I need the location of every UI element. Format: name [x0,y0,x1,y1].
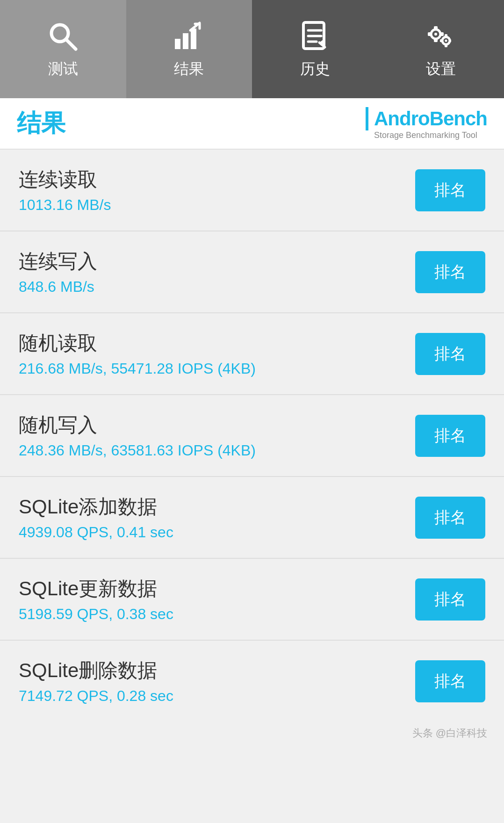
document-icon [297,19,332,54]
result-title-sqlite-delete: SQLite删除数据 [19,657,415,684]
svg-rect-17 [434,39,438,42]
result-info-sqlite-update: SQLite更新数据 5198.59 QPS, 0.38 sec [19,576,415,623]
result-value-sqlite-insert: 4939.08 QPS, 0.41 sec [19,524,415,541]
result-value-seq-write: 848.6 MB/s [19,278,415,296]
result-title-rand-write: 随机写入 [19,412,415,438]
result-row-rand-read: 随机读取 216.68 MB/s, 55471.28 IOPS (4KB) 排名 [0,313,504,395]
result-value-sqlite-update: 5198.59 QPS, 0.38 sec [19,606,415,623]
svg-rect-4 [191,29,196,49]
rank-button-sqlite-insert[interactable]: 排名 [415,497,485,539]
results-container: 连续读取 1013.16 MB/s 排名 连续写入 848.6 MB/s 排名 … [0,150,504,722]
rank-button-sqlite-update[interactable]: 排名 [415,578,485,621]
result-info-sqlite-insert: SQLite添加数据 4939.08 QPS, 0.41 sec [19,494,415,541]
page-title: 结果 [17,107,65,140]
svg-rect-18 [428,32,431,36]
result-value-rand-read: 216.68 MB/s, 55471.28 IOPS (4KB) [19,360,415,377]
chart-icon [172,19,207,54]
svg-rect-20 [445,34,447,36]
result-value-rand-write: 248.36 MB/s, 63581.63 IOPS (4KB) [19,442,415,459]
svg-rect-21 [445,45,447,47]
nav-label-settings: 设置 [426,59,456,79]
rank-button-seq-read[interactable]: 排名 [415,169,485,211]
top-nav: 测试 结果 [0,0,504,98]
svg-rect-23 [449,39,451,42]
watermark: 头条 @白泽科技 [0,722,504,750]
result-row-seq-read: 连续读取 1013.16 MB/s 排名 [0,150,504,231]
result-title-seq-read: 连续读取 [19,166,415,193]
nav-item-history[interactable]: 历史 [252,0,378,98]
brand-logo: AndroBench Storage Benchmarking Tool [366,107,487,140]
result-row-rand-write: 随机写入 248.36 MB/s, 63581.63 IOPS (4KB) 排名 [0,395,504,477]
result-info-rand-read: 随机读取 216.68 MB/s, 55471.28 IOPS (4KB) [19,330,415,377]
brand-bench: Bench [430,108,487,130]
result-row-sqlite-update: SQLite更新数据 5198.59 QPS, 0.38 sec 排名 [0,559,504,641]
rank-button-rand-write[interactable]: 排名 [415,415,485,457]
result-row-sqlite-insert: SQLite添加数据 4939.08 QPS, 0.41 sec 排名 [0,477,504,559]
result-info-rand-write: 随机写入 248.36 MB/s, 63581.63 IOPS (4KB) [19,412,415,459]
result-info-seq-read: 连续读取 1013.16 MB/s [19,166,415,214]
svg-point-13 [434,33,437,36]
svg-rect-16 [434,26,438,29]
svg-rect-22 [440,39,442,42]
result-title-sqlite-insert: SQLite添加数据 [19,494,415,520]
brand-name: AndroBench [374,108,487,130]
result-info-sqlite-delete: SQLite删除数据 7149.72 QPS, 0.28 sec [19,657,415,705]
result-row-seq-write: 连续写入 848.6 MB/s 排名 [0,231,504,313]
result-info-seq-write: 连续写入 848.6 MB/s [19,248,415,296]
gear-icon [424,19,459,54]
result-row-sqlite-delete: SQLite删除数据 7149.72 QPS, 0.28 sec 排名 [0,641,504,722]
nav-item-settings[interactable]: 设置 [378,0,504,98]
result-title-sqlite-update: SQLite更新数据 [19,576,415,602]
brand-andro: Andro [374,108,430,130]
svg-rect-3 [183,33,188,49]
brand-pipe [366,107,368,130]
search-icon [45,19,80,54]
svg-rect-2 [175,39,180,49]
brand-subtitle: Storage Benchmarking Tool [374,130,477,140]
nav-label-result: 结果 [174,59,204,79]
nav-item-result[interactable]: 结果 [126,0,252,98]
page-header: 结果 AndroBench Storage Benchmarking Tool [0,98,504,150]
nav-label-test: 测试 [48,59,78,79]
rank-button-sqlite-delete[interactable]: 排名 [415,660,485,702]
nav-label-history: 历史 [300,59,330,79]
result-title-seq-write: 连续写入 [19,248,415,274]
watermark-text: 头条 @白泽科技 [412,727,487,739]
result-value-seq-read: 1013.16 MB/s [19,196,415,214]
result-title-rand-read: 随机读取 [19,330,415,356]
svg-rect-19 [440,32,444,36]
rank-button-rand-read[interactable]: 排名 [415,333,485,375]
svg-point-15 [445,40,447,42]
result-value-sqlite-delete: 7149.72 QPS, 0.28 sec [19,687,415,705]
svg-line-1 [66,39,76,49]
rank-button-seq-write[interactable]: 排名 [415,251,485,293]
nav-item-test[interactable]: 测试 [0,0,126,98]
